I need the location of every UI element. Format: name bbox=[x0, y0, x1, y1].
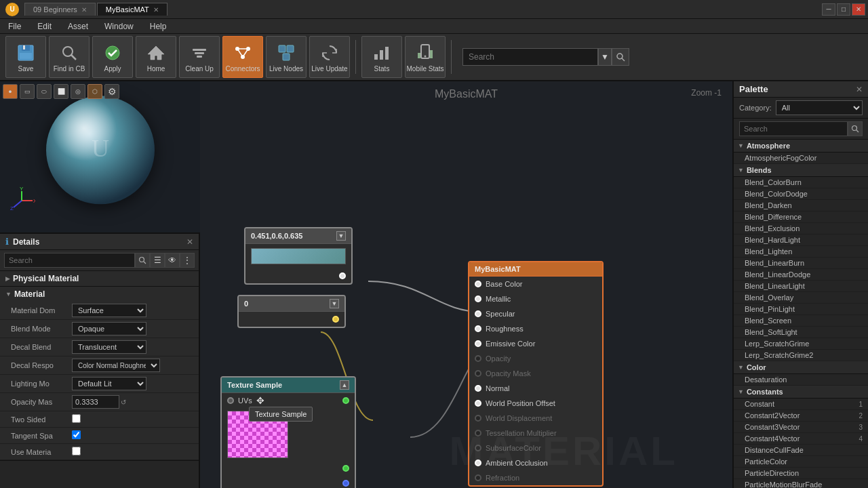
material-header[interactable]: ▼ Material bbox=[0, 287, 199, 302]
palette-item-constant4vector[interactable]: Constant4Vector 4 bbox=[734, 433, 868, 445]
opacity-mask-input[interactable] bbox=[72, 395, 119, 409]
palette-item-blend-lineardodge[interactable]: Blend_LinearDodge bbox=[734, 269, 868, 281]
material-domain-select[interactable]: Surface bbox=[72, 304, 146, 317]
home-button[interactable]: Home bbox=[136, 36, 176, 78]
material-domain-row: Material Dom Surface bbox=[0, 302, 199, 320]
vp-hex-button[interactable]: ⬡ bbox=[87, 84, 102, 99]
decal-respo-select[interactable]: Color Normal Roughness bbox=[72, 359, 160, 372]
search-arrow-button[interactable]: ▼ bbox=[598, 48, 612, 66]
palette-item-particlecolor[interactable]: ParticleColor bbox=[734, 456, 868, 468]
mat-refraction-row: Refraction bbox=[469, 470, 602, 485]
cleanup-button[interactable]: Clean Up bbox=[179, 36, 220, 78]
palette-item-constant3vector[interactable]: Constant3Vector 3 bbox=[734, 422, 868, 433]
palette-item-blend-screen[interactable]: Blend_Screen bbox=[734, 315, 868, 327]
palette-item-blend-linearlight[interactable]: Blend_LinearLight bbox=[734, 281, 868, 292]
vp-torus-button[interactable]: ◎ bbox=[71, 84, 85, 99]
palette-category-select[interactable]: All bbox=[776, 100, 863, 115]
palette-group-color[interactable]: ▼ Color bbox=[734, 361, 868, 374]
tangent-space-checkbox[interactable] bbox=[72, 430, 81, 439]
lighting-mode-select[interactable]: Default Lit bbox=[72, 377, 146, 390]
details-extra-button[interactable]: ⋮ bbox=[180, 253, 195, 268]
palette-item-blend-difference[interactable]: Blend_Difference bbox=[734, 211, 868, 223]
lighting-mode-row: Lighting Mo Default Lit bbox=[0, 375, 199, 393]
details-search-button[interactable] bbox=[135, 253, 150, 268]
texture-rgb-pin bbox=[342, 465, 349, 472]
menu-help[interactable]: Help bbox=[147, 20, 170, 33]
vp-sphere-button[interactable]: ● bbox=[3, 84, 18, 99]
live-nodes-button[interactable]: Live Nodes bbox=[266, 36, 307, 78]
palette-item-blend-pinlight[interactable]: Blend_PinLight bbox=[734, 304, 868, 315]
palette-search-button[interactable] bbox=[848, 121, 863, 136]
palette-group-atmosphere[interactable]: ▼ Atmosphere bbox=[734, 140, 868, 152]
color-node-collapse[interactable]: ▼ bbox=[336, 231, 346, 241]
tab-mybasicmat[interactable]: MyBasicMAT ✕ bbox=[97, 3, 167, 16]
color-output-pin bbox=[339, 272, 346, 279]
palette-item-constant2vector[interactable]: Constant2Vector 2 bbox=[734, 410, 868, 422]
find-in-cb-button[interactable]: Find in CB bbox=[49, 36, 90, 78]
toolbar-search-input[interactable] bbox=[462, 48, 598, 66]
palette-item-particulemotionblurfade[interactable]: ParticleMotionBlurFade bbox=[734, 479, 868, 488]
tab-beginners-close[interactable]: ✕ bbox=[81, 6, 87, 14]
menu-edit[interactable]: Edit bbox=[35, 20, 54, 33]
palette-close-button[interactable]: ✕ bbox=[856, 85, 863, 94]
apply-button[interactable]: Apply bbox=[92, 36, 133, 78]
palette-item-particledirection[interactable]: ParticleDirection bbox=[734, 468, 868, 479]
tab-beginners[interactable]: 09 Beginners ✕ bbox=[24, 3, 96, 16]
tab-mybasicmat-close[interactable]: ✕ bbox=[153, 6, 159, 14]
svg-rect-21 bbox=[380, 50, 383, 60]
palette-item-blend-colorburn[interactable]: Blend_ColorBurn bbox=[734, 177, 868, 188]
canvas-area[interactable]: MyBasicMAT Zoom -1 0.451,0.6,0.635 ▼ bbox=[200, 81, 732, 488]
physical-material-section[interactable]: ▶ Physical Material bbox=[0, 271, 199, 287]
vp-cylinder-button[interactable]: ⬭ bbox=[37, 84, 52, 99]
maximize-button[interactable]: □ bbox=[837, 3, 850, 16]
details-close-button[interactable]: ✕ bbox=[186, 237, 193, 247]
live-update-button[interactable]: Live Update bbox=[309, 36, 350, 78]
texture-move-cursor: ✥ bbox=[256, 395, 264, 406]
stats-button[interactable]: Stats bbox=[361, 36, 402, 78]
palette-search-input[interactable] bbox=[739, 121, 848, 136]
palette-item-blend-lighten[interactable]: Blend_Lighten bbox=[734, 246, 868, 258]
toolbar-search-container: ▼ bbox=[462, 48, 629, 66]
palette-title: Palette bbox=[739, 84, 768, 94]
save-button[interactable]: Save bbox=[5, 36, 46, 78]
palette-item-blend-darken[interactable]: Blend_Darken bbox=[734, 200, 868, 211]
search-go-button[interactable] bbox=[612, 48, 629, 66]
mat-opacity-label: Opacity bbox=[486, 354, 511, 363]
palette-item-desaturation[interactable]: Desaturation bbox=[734, 374, 868, 386]
blend-mode-select[interactable]: Opaque bbox=[72, 322, 146, 336]
vp-box-button[interactable]: ⬜ bbox=[54, 84, 68, 99]
decal-blend-select[interactable]: Translucent bbox=[72, 340, 146, 354]
coord-node-collapse[interactable]: ▼ bbox=[330, 299, 339, 308]
palette-category-label: Category: bbox=[739, 104, 772, 112]
minimize-button[interactable]: ─ bbox=[822, 3, 835, 16]
mat-opacity-mask-pin bbox=[475, 370, 481, 377]
vp-plane-button[interactable]: ▭ bbox=[20, 84, 35, 99]
menu-window[interactable]: Window bbox=[102, 20, 136, 33]
mat-metallic-pin bbox=[475, 296, 481, 302]
use-material-checkbox[interactable] bbox=[72, 447, 81, 455]
palette-item-blend-softlight[interactable]: Blend_SoftLight bbox=[734, 327, 868, 338]
palette-item-blend-linearburn[interactable]: Blend_LinearBurn bbox=[734, 258, 868, 269]
texture-node-collapse[interactable]: ▲ bbox=[340, 380, 349, 390]
palette-item-atmosfogcolor[interactable]: AtmosphericFogColor bbox=[734, 152, 868, 164]
details-eye-button[interactable]: 👁 bbox=[165, 253, 180, 268]
palette-item-blend-exclusion[interactable]: Blend_Exclusion bbox=[734, 223, 868, 235]
vp-custom-button[interactable]: ⚙ bbox=[104, 84, 119, 99]
palette-item-lerp-scratchgrime[interactable]: Lerp_ScratchGrime bbox=[734, 338, 868, 350]
palette-item-blend-colordodge[interactable]: Blend_ColorDodge bbox=[734, 188, 868, 200]
details-view-button[interactable]: ☰ bbox=[150, 253, 165, 268]
palette-item-blend-overlay[interactable]: Blend_Overlay bbox=[734, 292, 868, 304]
palette-item-distancecullfade[interactable]: DistanceCullFade bbox=[734, 445, 868, 456]
palette-item-blend-hardlight[interactable]: Blend_HardLight bbox=[734, 235, 868, 246]
close-button[interactable]: ✕ bbox=[852, 3, 865, 16]
palette-group-blends[interactable]: ▼ Blends bbox=[734, 164, 868, 177]
palette-item-constant[interactable]: Constant 1 bbox=[734, 399, 868, 410]
menu-file[interactable]: File bbox=[5, 20, 24, 33]
palette-item-lerp-scratchgrime2[interactable]: Lerp_ScratchGrime2 bbox=[734, 350, 868, 361]
details-search-input[interactable] bbox=[4, 253, 135, 268]
menu-asset[interactable]: Asset bbox=[65, 20, 91, 33]
connectors-button[interactable]: Connectors bbox=[222, 36, 263, 78]
mobile-stats-button[interactable]: Mobile Stats bbox=[405, 36, 446, 78]
two-sided-checkbox[interactable] bbox=[72, 414, 81, 423]
palette-group-constants[interactable]: ▼ Constants bbox=[734, 386, 868, 399]
